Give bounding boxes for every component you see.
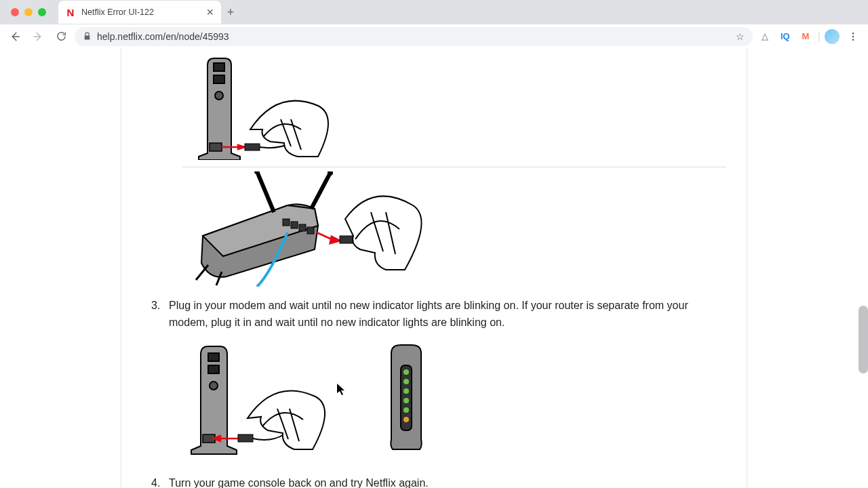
svg-point-25 [403,388,409,394]
zoom-window-icon[interactable] [38,8,46,16]
svg-rect-6 [210,143,222,151]
step-text: Plug in your modem and wait until no new… [169,300,688,328]
svg-point-2 [852,39,854,41]
ext-iq-icon[interactable]: IQ [777,28,793,45]
lock-icon [83,32,92,41]
arrow-left-icon [9,30,21,43]
svg-rect-17 [208,353,219,361]
svg-rect-3 [214,63,224,71]
svg-rect-4 [214,75,224,83]
browser-tab[interactable]: N Netflix Error UI-122 ✕ [58,1,221,24]
svg-point-19 [210,382,218,390]
address-bar[interactable]: help.netflix.com/en/node/45993 ☆ [75,27,753,46]
svg-point-27 [403,407,409,413]
ext-m-icon[interactable]: M [797,28,814,45]
illustration-modem-unplug [182,55,726,160]
svg-point-26 [403,398,409,403]
star-icon[interactable]: ☆ [736,31,745,42]
svg-rect-18 [208,365,219,373]
svg-point-1 [852,35,854,37]
minimize-window-icon[interactable] [24,8,33,16]
illustration-router-unplug [182,167,726,287]
illustration-modem-plug-indicator [182,341,726,456]
page-viewport: 3. Plug in your modem and wait until no … [0,48,868,488]
step-4: 4. Turn your game console back on and tr… [169,475,726,488]
svg-point-5 [215,92,223,100]
svg-rect-21 [238,434,253,442]
svg-point-28 [403,417,409,422]
svg-rect-15 [307,227,314,234]
svg-rect-13 [291,222,298,228]
browser-toolbar: help.netflix.com/en/node/45993 ☆ △ IQ M … [0,24,868,48]
scrollbar-thumb[interactable] [859,306,868,373]
tab-strip: N Netflix Error UI-122 ✕ + [0,0,868,24]
favicon-netflix-icon: N [65,7,76,18]
svg-rect-12 [283,219,290,226]
step-list: 3. Plug in your modem and wait until no … [142,298,726,331]
svg-point-0 [852,33,854,35]
ext-drive-icon[interactable]: △ [757,28,773,45]
svg-point-23 [403,369,409,375]
back-button[interactable] [5,27,24,46]
step-number: 3. [151,298,160,314]
profile-avatar[interactable] [825,29,840,44]
menu-button[interactable] [844,27,863,46]
svg-line-10 [311,173,330,209]
svg-rect-14 [299,224,306,231]
kebab-icon [848,31,859,42]
step-3: 3. Plug in your modem and wait until no … [169,298,726,331]
svg-rect-7 [245,144,260,150]
url-text: help.netflix.com/en/node/45993 [97,31,730,42]
tab-title: Netflix Error UI-122 [81,7,201,17]
close-window-icon[interactable] [11,8,19,16]
browser-chrome: N Netflix Error UI-122 ✕ + help.netflix.… [0,0,868,48]
step-text: Turn your game console back on and try N… [169,477,429,488]
help-article: 3. Plug in your modem and wait until no … [121,48,747,488]
svg-line-8 [257,171,274,212]
reload-icon [56,30,67,42]
new-tab-button[interactable]: + [221,5,240,20]
arrow-right-icon [32,30,44,43]
reload-button[interactable] [52,27,71,46]
window-controls [7,8,53,16]
forward-button [28,27,47,46]
step-list-2: 4. Turn your game console back on and tr… [142,475,726,488]
step-number: 4. [151,475,160,488]
close-tab-icon[interactable]: ✕ [206,7,214,18]
svg-point-24 [403,379,409,384]
